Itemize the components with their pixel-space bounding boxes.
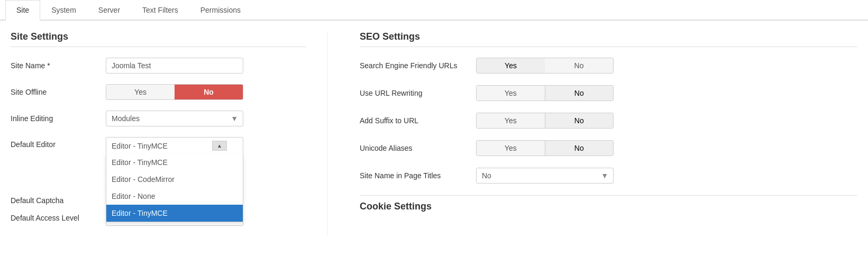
add-suffix-label: Add Suffix to URL bbox=[360, 116, 476, 125]
unicode-aliases-no-btn[interactable]: No bbox=[545, 141, 614, 156]
inline-editing-select-wrapper: Modules None All ▼ bbox=[106, 111, 243, 126]
site-name-page-titles-label: Site Name in Page Titles bbox=[360, 171, 476, 180]
tab-system[interactable]: System bbox=[40, 0, 87, 21]
default-access-level-label: Default Access Level bbox=[11, 214, 106, 222]
inline-editing-row: Inline Editing Modules None All ▼ bbox=[11, 111, 306, 126]
editor-codemirror-option[interactable]: Editor - CodeMirror bbox=[106, 171, 243, 188]
sef-urls-row: Search Engine Friendly URLs Yes No bbox=[360, 58, 857, 74]
unicode-aliases-label: Unicode Aliases bbox=[360, 144, 476, 152]
site-name-input[interactable] bbox=[106, 58, 243, 74]
add-suffix-control: Yes No bbox=[476, 113, 857, 129]
site-name-page-titles-row: Site Name in Page Titles No Before After… bbox=[360, 168, 857, 184]
site-settings-title: Site Settings bbox=[11, 31, 306, 47]
unicode-aliases-row: Unicode Aliases Yes No bbox=[360, 140, 857, 156]
editor-tinymce-option[interactable]: Editor - TinyMCE bbox=[106, 154, 243, 171]
site-name-page-titles-control: No Before After ▼ bbox=[476, 168, 857, 184]
site-offline-no-btn[interactable]: No bbox=[175, 85, 243, 99]
url-rewriting-no-btn[interactable]: No bbox=[545, 86, 614, 100]
sef-urls-toggle: Yes No bbox=[476, 58, 614, 74]
sef-urls-control: Yes No bbox=[476, 58, 857, 74]
default-editor-label: Default Editor bbox=[11, 137, 106, 149]
unicode-aliases-control: Yes No bbox=[476, 140, 857, 156]
site-name-control bbox=[106, 58, 306, 74]
site-name-row: Site Name * bbox=[11, 58, 306, 74]
seo-settings-title: SEO Settings bbox=[360, 31, 857, 47]
inline-editing-label: Inline Editing bbox=[11, 114, 106, 123]
default-editor-selected: Editor - TinyMCE bbox=[112, 142, 168, 150]
default-editor-list: Editor - TinyMCE Editor - CodeMirror Edi… bbox=[106, 154, 243, 222]
sef-urls-yes-btn[interactable]: Yes bbox=[477, 58, 545, 73]
tab-site[interactable]: Site bbox=[5, 0, 40, 21]
url-rewriting-yes-btn[interactable]: Yes bbox=[477, 86, 545, 100]
tab-text-filters[interactable]: Text Filters bbox=[131, 0, 189, 21]
add-suffix-row: Add Suffix to URL Yes No bbox=[360, 113, 857, 129]
url-rewriting-toggle: Yes No bbox=[476, 85, 614, 101]
unicode-aliases-yes-btn[interactable]: Yes bbox=[477, 141, 545, 156]
site-name-label: Site Name * bbox=[11, 61, 106, 70]
sef-urls-no-btn[interactable]: No bbox=[545, 58, 613, 73]
editor-none-option[interactable]: Editor - None bbox=[106, 188, 243, 205]
editor-tinymce-selected-option[interactable]: Editor - TinyMCE bbox=[106, 205, 243, 222]
sef-urls-label: Search Engine Friendly URLs bbox=[360, 61, 476, 70]
tab-server[interactable]: Server bbox=[87, 0, 131, 21]
site-offline-control: Yes No bbox=[106, 84, 306, 100]
tab-permissions[interactable]: Permissions bbox=[189, 0, 252, 21]
site-offline-row: Site Offline Yes No bbox=[11, 84, 306, 100]
main-content: Site Settings Site Name * Site Offline Y… bbox=[0, 21, 868, 247]
unicode-aliases-toggle: Yes No bbox=[476, 140, 614, 156]
site-settings-panel: Site Settings Site Name * Site Offline Y… bbox=[11, 31, 328, 236]
seo-settings-panel: SEO Settings Search Engine Friendly URLs… bbox=[349, 31, 857, 236]
site-offline-yes-btn[interactable]: Yes bbox=[106, 85, 175, 99]
default-editor-row: Default Editor Editor - TinyMCE ▲ Editor… bbox=[11, 137, 306, 154]
site-name-page-titles-select-wrapper: No Before After ▼ bbox=[476, 168, 614, 184]
default-captcha-label: Default Captcha bbox=[11, 196, 106, 205]
default-editor-dropdown[interactable]: Editor - TinyMCE ▲ Editor - TinyMCE Edit… bbox=[106, 137, 243, 154]
cookie-settings-title: Cookie Settings bbox=[360, 195, 857, 212]
site-offline-label: Site Offline bbox=[11, 88, 106, 96]
add-suffix-no-btn[interactable]: No bbox=[545, 113, 614, 128]
url-rewriting-row: Use URL Rewriting Yes No bbox=[360, 85, 857, 101]
site-name-page-titles-select[interactable]: No Before After bbox=[476, 168, 614, 184]
add-suffix-yes-btn[interactable]: Yes bbox=[477, 113, 545, 128]
url-rewriting-label: Use URL Rewriting bbox=[360, 89, 476, 97]
inline-editing-control: Modules None All ▼ bbox=[106, 111, 306, 126]
site-offline-toggle: Yes No bbox=[106, 84, 243, 100]
default-editor-trigger[interactable]: Editor - TinyMCE ▲ bbox=[106, 137, 243, 154]
dropdown-arrow-up-icon: ▲ bbox=[212, 141, 227, 151]
tab-bar: Site System Server Text Filters Permissi… bbox=[0, 0, 868, 21]
inline-editing-select[interactable]: Modules None All bbox=[106, 111, 243, 126]
default-editor-control: Editor - TinyMCE ▲ Editor - TinyMCE Edit… bbox=[106, 137, 306, 154]
url-rewriting-control: Yes No bbox=[476, 85, 857, 101]
add-suffix-toggle: Yes No bbox=[476, 113, 614, 129]
